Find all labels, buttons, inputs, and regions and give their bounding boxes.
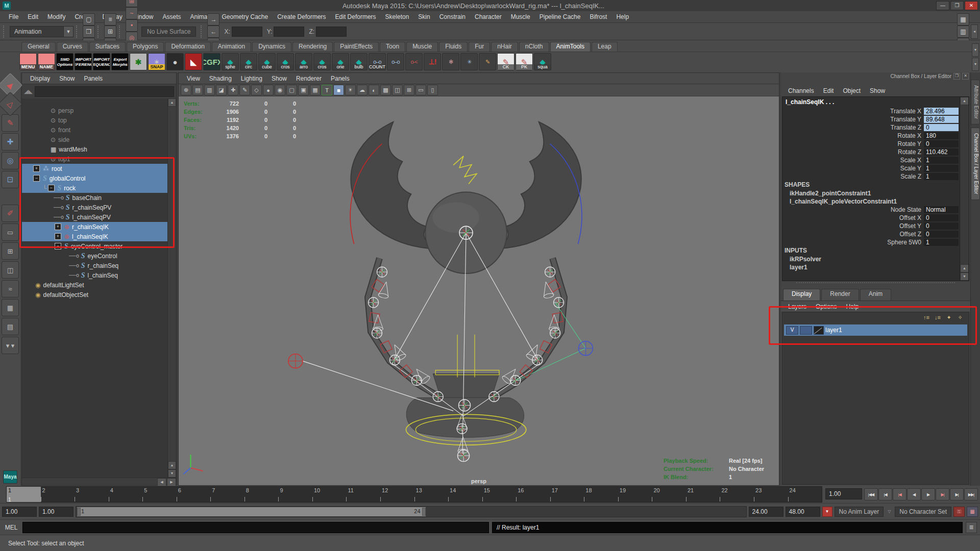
expand-collapse-icon[interactable]: + [33, 165, 40, 172]
image-plane-icon[interactable]: ◪ [216, 85, 227, 95]
panel-splitter[interactable] [796, 282, 955, 287]
range-end-handle[interactable] [422, 508, 426, 516]
scale-tool[interactable]: ⊡ [2, 171, 19, 188]
outliner-row[interactable]: + ⁂ root [22, 164, 168, 173]
layer-color-swatch[interactable] [814, 326, 824, 335]
play-backwards-button[interactable]: ◀ [907, 488, 921, 500]
attribute-value-field[interactable]: 1 [924, 157, 959, 164]
channel-attribute-row[interactable]: Scale X 1 [782, 156, 960, 164]
outliner-row[interactable]: ⊙ persp [22, 106, 168, 115]
bounding-box-icon[interactable]: ▢ [286, 85, 297, 95]
shelf-tab[interactable]: Curves [57, 42, 88, 52]
cros-gem-shelf-item[interactable]: ◆ cros [277, 53, 294, 70]
axis-warning-shelf-item[interactable]: ⊥! [424, 53, 441, 70]
count-joint-shelf-item[interactable]: o–o COUNT [369, 53, 386, 70]
open-scene-icon[interactable]: ❒ [83, 26, 95, 38]
outliner-row[interactable]: ──o S l_chainSeqPV [22, 212, 168, 222]
create-layer-from-selected-icon[interactable]: ✧ [955, 314, 965, 321]
frame-cell[interactable]: 23 [754, 487, 788, 502]
skeleton-shelf-item[interactable]: ✻ [442, 53, 459, 70]
shelf-tab[interactable]: Toon [380, 42, 405, 52]
orie-gem-shelf-item[interactable]: ◆ orie [332, 53, 349, 70]
drag-handle[interactable] [76, 26, 80, 38]
smooth-shade-icon[interactable]: ● [263, 85, 274, 95]
shelf-tab[interactable]: Dynamics [252, 42, 291, 52]
channel-box-menu-item[interactable]: Object [839, 87, 865, 95]
step-back-key-button[interactable]: |◀ [893, 488, 906, 500]
outliner-row[interactable]: − S eyeControl_master [22, 241, 168, 251]
channel-attribute-row[interactable]: Scale Y 1 [782, 164, 960, 172]
expand-collapse-icon[interactable]: − [48, 185, 55, 191]
menu-shelf-item[interactable]: MENU [19, 53, 37, 70]
viewport-menu-item[interactable]: Renderer [292, 74, 326, 83]
frame-cell[interactable]: 17 [550, 487, 584, 502]
script-editor-icon[interactable]: ≣ [966, 522, 977, 533]
range-start-handle[interactable] [77, 508, 81, 516]
wireframe-icon[interactable]: ◇ [251, 85, 262, 95]
scroll-up-icon[interactable]: ▲ [960, 97, 969, 105]
x-coordinate-field[interactable] [232, 27, 262, 37]
shape-node-name[interactable]: l_chainSeqIK_poleVectorConstraint1 [782, 197, 960, 206]
maya-logo-button[interactable]: Maya [3, 470, 17, 484]
import-reference-shelf-item[interactable]: IMPORT REFERENCE [75, 53, 92, 70]
frame-cell[interactable]: 4 [109, 487, 143, 502]
export-morphs-shelf-item[interactable]: Export Morphs [111, 53, 129, 70]
frame-cell[interactable]: 5 [142, 487, 177, 502]
attribute-value-field[interactable]: 0 [924, 124, 959, 131]
expand-collapse-icon[interactable]: − [33, 175, 40, 182]
channel-attribute-row[interactable]: Translate X 28.496 [782, 107, 960, 115]
textured-icon[interactable]: ▦ [310, 85, 321, 95]
four-pane-layout-button[interactable]: ⊞ [2, 242, 19, 260]
channel-attribute-row[interactable]: Translate Z 0 [782, 123, 960, 132]
film-gate-icon[interactable]: ▭ [415, 85, 426, 95]
attribute-value-field[interactable]: 89.648 [924, 116, 959, 123]
grease-pencil-icon[interactable]: ✎ [239, 85, 250, 95]
anim-layer-dropdown[interactable]: No Anim Layer [835, 507, 884, 517]
playback-start-field[interactable]: 1.00 [39, 507, 74, 517]
frame-cell[interactable]: 22 [720, 487, 754, 502]
scroll-up-icon[interactable]: ▲ [168, 98, 176, 107]
menu-set-dropdown[interactable]: Animation ▼ [10, 26, 74, 37]
channel-attribute-row[interactable]: Node State Normal [782, 206, 960, 214]
create-empty-layer-icon[interactable]: ✦ [944, 314, 953, 321]
shelf-tab[interactable]: Fur [469, 42, 490, 52]
layer-editor-menu-item[interactable]: Options [812, 303, 841, 311]
move-layer-up-icon[interactable]: ↑≡ [922, 314, 931, 321]
shelf-tab[interactable]: nHair [491, 42, 518, 52]
shelf-tab[interactable]: Animation [212, 42, 251, 52]
outliner-row[interactable]: ──o S baseChain [22, 193, 168, 203]
menu-item[interactable]: Constrain [435, 12, 470, 21]
layer-editor-tab[interactable]: Anim [860, 289, 891, 300]
outliner-row[interactable]: ──o S l_chainSeq [22, 270, 168, 280]
menu-item[interactable]: File [4, 12, 23, 21]
frame-cell[interactable]: 8 [244, 487, 279, 502]
side-tab[interactable]: Attribute Editor [971, 80, 980, 124]
channel-attribute-row[interactable]: Sphere 5W0 1 [782, 238, 960, 246]
viewport-menu-item[interactable]: Lighting [237, 74, 266, 83]
viewport-scene[interactable]: Verts: 722 0 0 Edges: 1906 0 0 [179, 96, 779, 485]
anti-aliasing-icon[interactable]: ▩ [380, 85, 391, 95]
frame-cell[interactable]: 15 [482, 487, 517, 502]
anim-layer-filter-button[interactable]: ▼ [822, 507, 832, 517]
viewport-menu-item[interactable]: Panels [327, 74, 354, 83]
outliner-search-input[interactable] [35, 86, 174, 97]
rotate-tool[interactable]: ◎ [2, 152, 19, 169]
dota-shelf-item[interactable]: ◣ [185, 53, 202, 70]
outliner-scrollbar[interactable]: ▲ ▲ ▼ [167, 98, 176, 478]
animation-preferences-button[interactable]: ▦ [967, 507, 978, 517]
z-coordinate-field[interactable] [316, 27, 347, 37]
outliner-row[interactable]: ⊙ top [22, 115, 168, 125]
frame-cell[interactable]: 6 [177, 487, 211, 502]
shaded-display-icon[interactable]: ■ [333, 85, 344, 95]
expand-collapse-icon[interactable]: − [55, 243, 61, 249]
frame-cell[interactable]: 14 [448, 487, 482, 502]
scroll-up-icon[interactable]: ▲ [168, 461, 176, 469]
scroll-up-icon[interactable]: ▲ [960, 264, 969, 272]
attribute-value-field[interactable]: 1 [924, 239, 959, 246]
snap-shelf-item[interactable]: ✶ SNAP [148, 53, 165, 70]
frame-cell[interactable]: 3 [75, 487, 109, 502]
outliner-row[interactable]: ⊙ top1 [22, 154, 168, 164]
squa-gem-shelf-item[interactable]: ◆ squa [534, 53, 551, 70]
channel-box-menu-item[interactable]: Channels [784, 87, 818, 95]
panel-close-icon[interactable]: ✕ [962, 73, 969, 80]
